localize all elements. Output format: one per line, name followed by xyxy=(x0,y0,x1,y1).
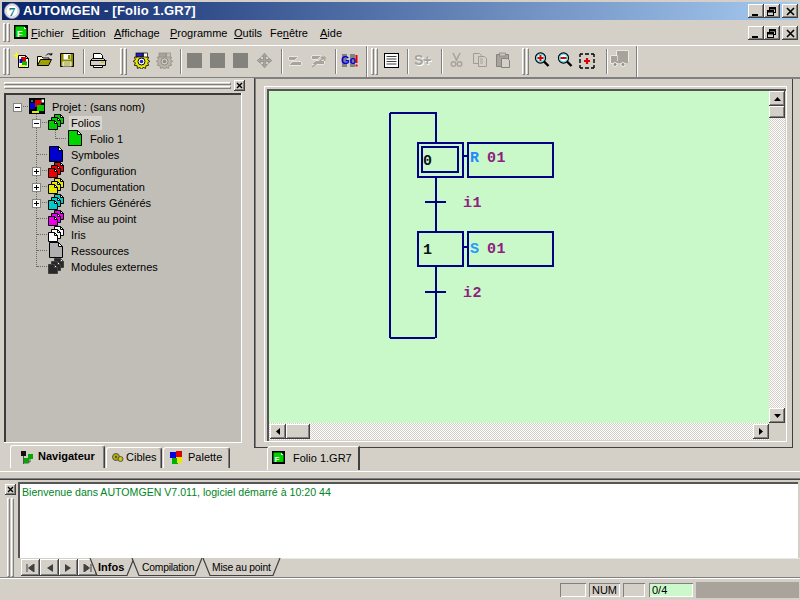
svg-text:Infos: Infos xyxy=(98,561,124,573)
svg-text:i2: i2 xyxy=(463,285,482,302)
svg-text:7: 7 xyxy=(9,4,16,19)
svg-text:S: S xyxy=(470,241,480,258)
svg-text:01: 01 xyxy=(487,241,506,258)
svg-text:F: F xyxy=(275,455,280,464)
svg-text:R: R xyxy=(470,150,480,167)
svg-text:Go: Go xyxy=(341,54,357,66)
svg-text:0: 0 xyxy=(423,153,433,170)
svg-text:01: 01 xyxy=(487,150,506,167)
svg-text:Mise au point: Mise au point xyxy=(212,562,271,573)
svg-text:Compilation: Compilation xyxy=(142,562,195,573)
svg-text:F: F xyxy=(17,29,23,39)
svg-text:1: 1 xyxy=(423,242,433,259)
svg-text:i1: i1 xyxy=(463,195,482,212)
